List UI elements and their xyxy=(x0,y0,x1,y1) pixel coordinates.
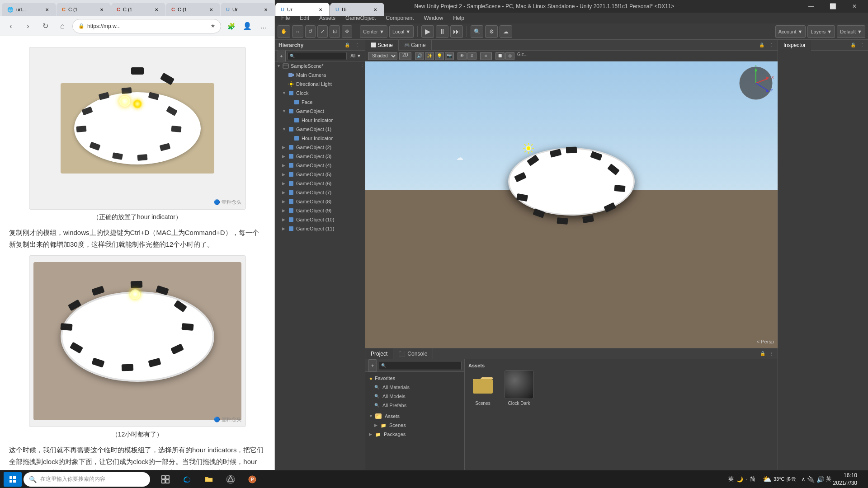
menu-window[interactable]: Window xyxy=(419,13,448,23)
tab-close-4[interactable]: ✕ xyxy=(208,6,215,13)
browser-content[interactable]: 🔵 壹种念头 （正确的放置了hour indicator） 复制刚才的模组，wi… xyxy=(0,36,274,470)
tab-close-active[interactable]: ✕ xyxy=(317,6,324,13)
fx-icon[interactable]: ✨ xyxy=(425,52,434,60)
browser-tab-active[interactable]: U Ur ✕ xyxy=(275,3,330,16)
hierarchy-item-go7[interactable]: ▶ GameObject (7) xyxy=(275,188,365,197)
browser-tab-1[interactable]: 🌐 url... ✕ xyxy=(2,3,56,16)
hierarchy-item-go4[interactable]: ▶ GameObject (4) xyxy=(275,161,365,170)
show-desktop-button[interactable] xyxy=(861,471,864,488)
explorer-taskbar-icon[interactable] xyxy=(199,471,219,488)
menu-component[interactable]: Component xyxy=(381,13,418,23)
move-tool[interactable]: ↔ xyxy=(292,25,303,38)
transform-tool[interactable]: ✥ xyxy=(342,25,352,38)
scenes-asset[interactable]: Scenes xyxy=(468,370,497,406)
ime-mode-icon[interactable]: 英 xyxy=(826,475,831,483)
scenes-item[interactable]: ▶ 📁 Scenes xyxy=(365,421,464,430)
game-tab[interactable]: 🎮 Game xyxy=(399,40,432,51)
2d-button[interactable]: 2D xyxy=(399,52,411,60)
refresh-button[interactable]: ↻ xyxy=(38,19,52,33)
hierarchy-item-maincamera[interactable]: Main Camera xyxy=(275,70,365,80)
keyboard-icon[interactable]: 英 xyxy=(728,475,734,483)
scene-more-icon[interactable]: ⋮ xyxy=(768,41,776,49)
browser-tab-3[interactable]: C C (1 ✕ xyxy=(111,3,165,16)
hierarchy-lock-icon[interactable]: 🔒 xyxy=(343,41,351,49)
layer-count-icon[interactable]: ≡ xyxy=(480,52,492,60)
forward-button[interactable]: › xyxy=(21,19,35,33)
audio-icon[interactable]: 🔊 xyxy=(415,52,424,60)
inspector-lock-icon[interactable]: 🔒 xyxy=(849,41,857,49)
grid-icon[interactable]: # xyxy=(467,52,476,60)
cloud-button[interactable]: ☁ xyxy=(500,25,512,38)
hierarchy-item-go1[interactable]: ▼ GameObject (1) xyxy=(275,125,365,134)
all-models-item[interactable]: 🔍 All Models xyxy=(365,392,464,401)
extensions-button[interactable]: 🧩 xyxy=(224,19,238,33)
packages-section[interactable]: ▶ 📁 Packages xyxy=(365,430,464,439)
back-button[interactable]: ‹ xyxy=(4,19,18,33)
hierarchy-item-dirlight[interactable]: Directional Light xyxy=(275,80,365,89)
project-add-button[interactable]: + xyxy=(368,359,377,372)
home-button[interactable]: ⌂ xyxy=(55,19,70,33)
hierarchy-search-bar[interactable]: 🔍 xyxy=(288,52,347,60)
project-tab[interactable]: Project xyxy=(365,348,393,359)
hide-icon[interactable]: 👁 xyxy=(458,52,467,60)
hierarchy-filter[interactable]: All ▼ xyxy=(349,53,363,58)
edge-taskbar-icon[interactable] xyxy=(177,471,197,488)
scene-tab[interactable]: ⬜ Scene xyxy=(365,40,399,51)
hierarchy-item-go9[interactable]: ▶ GameObject (9) xyxy=(275,206,365,215)
bottom-lock-icon[interactable]: 🔒 xyxy=(759,350,767,358)
browser-tab-4[interactable]: C C (1 ✕ xyxy=(166,3,220,16)
speaker-icon[interactable]: 🔊 xyxy=(816,476,824,483)
search-button[interactable]: 🔍 xyxy=(471,25,483,38)
hierarchy-item-hourindicator1[interactable]: Hour Indicator xyxy=(275,116,365,125)
console-tab[interactable]: ⬛ Console xyxy=(393,348,433,359)
all-materials-item[interactable]: 🔍 All Materials xyxy=(365,383,464,392)
project-search-bar[interactable]: 🔍 xyxy=(379,361,462,370)
maximize-button[interactable]: ⬜ xyxy=(823,0,843,13)
hand-tool[interactable]: ✋ xyxy=(278,25,290,38)
hierarchy-item-clock[interactable]: ▼ Clock xyxy=(275,89,365,98)
tab-close-7[interactable]: ✕ xyxy=(372,6,379,13)
hierarchy-item-samplescene[interactable]: ▼ SampleScene* ⋮ xyxy=(275,61,365,70)
tab-close-3[interactable]: ✕ xyxy=(153,6,160,13)
close-button[interactable]: ✕ xyxy=(844,0,864,13)
scene-context-menu[interactable]: ⋮ xyxy=(360,64,365,69)
network-icon[interactable]: 🔌 xyxy=(807,476,815,483)
hierarchy-item-go11[interactable]: ▶ GameObject (11) xyxy=(275,224,365,233)
show-hidden-icon[interactable]: ∧ xyxy=(802,476,805,482)
play-button[interactable]: ▶ xyxy=(421,25,434,38)
minimize-button[interactable]: — xyxy=(801,0,821,13)
all-prefabs-item[interactable]: 🔍 All Prefabs xyxy=(365,401,464,410)
account-button[interactable]: Account ▼ xyxy=(775,25,806,38)
taskbar-search-bar[interactable]: 🔍 在这里输入你要搜索的内容 xyxy=(24,472,150,487)
inspector-tab[interactable]: Inspector xyxy=(778,40,811,51)
hierarchy-item-go2[interactable]: ▶ GameObject (2) xyxy=(275,143,365,152)
step-button[interactable]: ⏭ xyxy=(450,25,463,38)
hierarchy-item-go0[interactable]: ▼ GameObject xyxy=(275,107,365,116)
favorites-section[interactable]: ★ Favorites xyxy=(365,374,464,383)
ime-dot-icon[interactable]: · xyxy=(746,477,747,482)
hierarchy-item-go10[interactable]: ▶ GameObject (10) xyxy=(275,215,365,224)
scene-lighting-icon[interactable]: 💡 xyxy=(435,52,444,60)
hierarchy-item-face[interactable]: Face xyxy=(275,98,365,107)
tab-close-1[interactable]: ✕ xyxy=(43,6,51,13)
scale-tool[interactable]: ⤢ xyxy=(317,25,328,38)
browser-tab-5[interactable]: U Ur ✕ xyxy=(221,3,275,16)
hierarchy-item-go6[interactable]: ▶ GameObject (6) xyxy=(275,179,365,188)
scene-lock-icon[interactable]: 🔒 xyxy=(758,41,766,49)
hierarchy-item-go8[interactable]: ▶ GameObject (8) xyxy=(275,197,365,206)
layout-button[interactable]: Default ▼ xyxy=(837,25,865,38)
hierarchy-item-go3[interactable]: ▶ GameObject (3) xyxy=(275,152,365,161)
hierarchy-more-icon[interactable]: ⋮ xyxy=(353,41,361,49)
task-view-button[interactable] xyxy=(156,471,175,488)
browser-tab-2[interactable]: C C (1 ✕ xyxy=(57,3,111,16)
profile-button[interactable]: 👤 xyxy=(240,19,255,33)
more-button[interactable]: … xyxy=(256,19,271,33)
pivot-button[interactable]: Center ▼ xyxy=(360,25,387,38)
start-button[interactable] xyxy=(4,472,22,487)
shading-mode-select[interactable]: Shaded xyxy=(368,52,397,60)
hierarchy-item-go5[interactable]: ▶ GameObject (5) xyxy=(275,170,365,179)
rotate-tool[interactable]: ↺ xyxy=(305,25,316,38)
tab-close-5[interactable]: ✕ xyxy=(262,6,269,13)
assets-section[interactable]: ▼ 📁 Assets xyxy=(365,412,464,421)
bottom-more-icon[interactable]: ⋮ xyxy=(768,350,776,358)
